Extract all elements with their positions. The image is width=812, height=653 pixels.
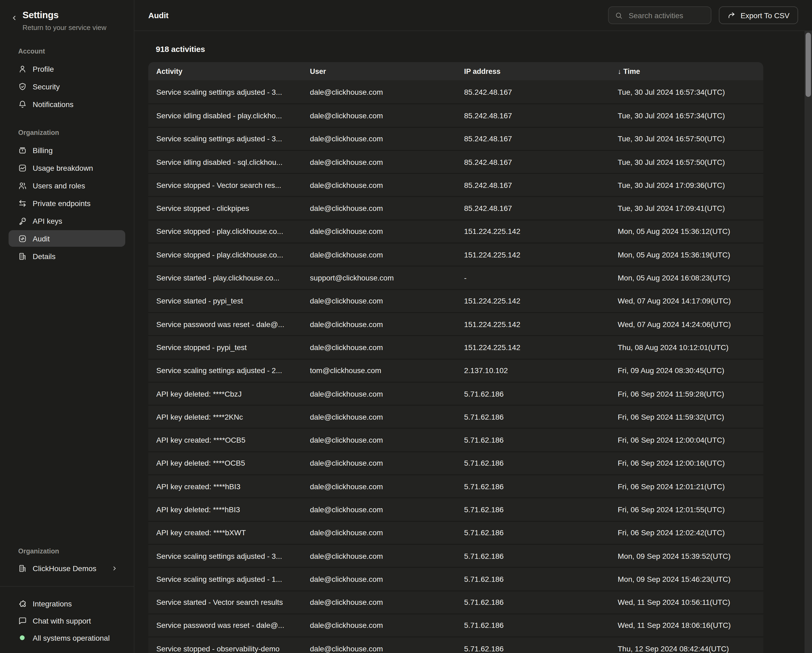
activity-cell: Service started - Vector search results [148,598,310,606]
user-cell: tom@clickhouse.com [310,366,464,375]
time-cell: Wed, 07 Aug 2024 14:17:09(UTC) [618,297,763,305]
back-button[interactable] [11,14,18,21]
audit-table: Activity User IP address ↓Time Service s… [148,62,763,653]
activity-cell: Service idling disabled - sql.clickhou..… [148,158,310,166]
table-row: Service started - Vector search results … [148,590,763,613]
user-cell: dale@clickhouse.com [310,204,464,212]
building-icon [18,252,27,260]
main-area: Audit Export To CSV 918 activities Activ… [134,0,812,653]
sidebar-item-private-endpoints[interactable]: Private endpoints [9,195,125,211]
sidebar-item-label: Chat with support [33,616,91,625]
ip-cell: 151.224.225.142 [464,343,618,352]
time-cell: Tue, 30 Jul 2024 17:09:36(UTC) [618,181,763,189]
sidebar-item-label: Usage breakdown [33,163,93,172]
org-switcher-name: ClickHouse Demos [33,564,96,572]
sidebar-item-audit[interactable]: Audit [9,230,125,247]
activity-cell: API key created: ****OCB5 [148,436,310,444]
user-cell: dale@clickhouse.com [310,158,464,166]
activity-cell: API key deleted: ****2KNc [148,413,310,421]
time-cell: Wed, 11 Sep 2024 18:06:16(UTC) [618,621,763,630]
sidebar-item-label: Security [33,82,60,91]
export-csv-button[interactable]: Export To CSV [719,6,798,24]
time-cell: Fri, 06 Sep 2024 11:59:32(UTC) [618,413,763,421]
table-row: API key deleted: ****OCB5 dale@clickhous… [148,451,763,474]
sidebar-item-users-and-roles[interactable]: Users and roles [9,177,125,194]
table-row: API key deleted: ****CbzJ dale@clickhous… [148,381,763,405]
user-cell: dale@clickhouse.com [310,459,464,468]
search-box[interactable] [608,6,712,24]
table-body: Service scaling settings adjusted - 3...… [148,80,763,653]
sidebar-item-profile[interactable]: Profile [9,61,125,77]
ip-cell: 5.71.62.186 [464,644,618,653]
settings-title: Settings [23,10,107,21]
sidebar-item-label: Users and roles [33,181,85,190]
sidebar-divider [0,586,134,587]
table-row: API key created: ****hBI3 dale@clickhous… [148,474,763,497]
ip-cell: 5.71.62.186 [464,552,618,560]
user-cell: dale@clickhouse.com [310,250,464,259]
column-header-user[interactable]: User [310,67,464,75]
table-row: Service password was reset - dale@... da… [148,312,763,335]
user-cell: dale@clickhouse.com [310,320,464,328]
activity-cell: API key created: ****bXWT [148,529,310,537]
ip-cell: 5.71.62.186 [464,575,618,583]
building-icon [18,564,27,572]
export-icon [728,11,736,19]
ip-cell: 5.71.62.186 [464,621,618,630]
user-cell: dale@clickhouse.com [310,343,464,352]
activity-count: 918 activities [156,44,798,53]
sidebar-item-notifications[interactable]: Notifications [9,96,125,112]
settings-window: Settings Return to your service view Acc… [0,0,812,653]
ip-cell: 151.224.225.142 [464,320,618,328]
activity-cell: Service scaling settings adjusted - 3... [148,552,310,560]
users-icon [18,181,27,190]
time-cell: Tue, 30 Jul 2024 16:57:50(UTC) [618,158,763,166]
sidebar-item-chat-support[interactable]: Chat with support [9,612,125,629]
sidebar-item-billing[interactable]: Billing [9,142,125,159]
vertical-scrollbar[interactable] [804,31,812,653]
sidebar-item-system-status[interactable]: All systems operational [9,629,125,646]
sidebar-item-security[interactable]: Security [9,78,125,95]
sidebar-item-api-keys[interactable]: API keys [9,212,125,229]
activity-cell: API key created: ****hBI3 [148,482,310,491]
sidebar-item-details[interactable]: Details [9,248,125,264]
table-row: Service started - pypi_test dale@clickho… [148,289,763,312]
activity-cell: Service password was reset - dale@... [148,320,310,328]
activity-cell: Service idling disabled - play.clickho..… [148,111,310,120]
time-cell: Mon, 09 Sep 2024 15:46:23(UTC) [618,575,763,583]
sidebar-item-label: Audit [33,234,50,243]
topbar: Audit Export To CSV [134,0,812,31]
activity-cell: Service scaling settings adjusted - 3... [148,87,310,96]
user-cell: dale@clickhouse.com [310,413,464,421]
ip-cell: 5.71.62.186 [464,459,618,468]
sidebar-item-integrations[interactable]: Integrations [9,595,125,612]
activity-cell: Service stopped - pypi_test [148,343,310,352]
user-cell: dale@clickhouse.com [310,181,464,189]
ip-cell: 5.71.62.186 [464,413,618,421]
search-input[interactable] [627,11,705,20]
activity-cell: API key deleted: ****CbzJ [148,389,310,398]
time-cell: Fri, 06 Sep 2024 12:00:04(UTC) [618,436,763,444]
ip-cell: 5.71.62.186 [464,505,618,514]
user-icon [18,64,27,73]
table-row: Service stopped - pypi_test dale@clickho… [148,335,763,359]
column-header-activity[interactable]: Activity [148,67,310,75]
table-row: Service started - play.clickhouse.co... … [148,266,763,289]
bell-icon [18,100,27,108]
activity-cell: Service stopped - Vector search res... [148,181,310,189]
activity-cell: Service stopped - clickpipes [148,204,310,212]
table-row: Service stopped - play.clickhouse.co... … [148,243,763,266]
column-header-ip[interactable]: IP address [464,67,618,75]
activity-cell: Service stopped - play.clickhouse.co... [148,250,310,259]
account-nav: Profile Security Notifications [0,60,134,113]
user-cell: dale@clickhouse.com [310,644,464,653]
sidebar-item-usage-breakdown[interactable]: Usage breakdown [9,160,125,176]
ip-cell: 85.242.48.167 [464,204,618,212]
activity-cell: Service password was reset - dale@... [148,621,310,630]
table-row: Service scaling settings adjusted - 2...… [148,359,763,381]
column-header-time[interactable]: ↓Time [618,67,763,75]
org-switcher[interactable]: ClickHouse Demos [9,560,125,577]
time-cell: Wed, 07 Aug 2024 14:24:06(UTC) [618,320,763,328]
scrollbar-thumb[interactable] [806,33,811,97]
export-csv-label: Export To CSV [740,11,789,20]
